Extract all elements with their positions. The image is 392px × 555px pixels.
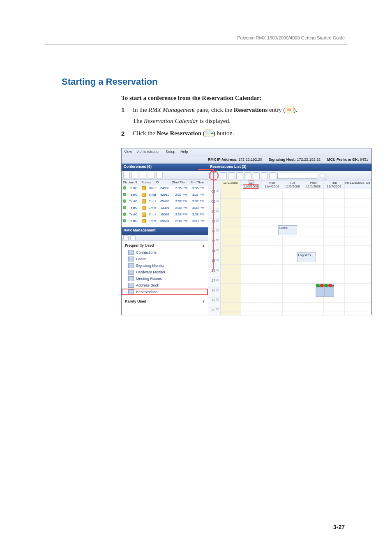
- toolbar-button[interactable]: [228, 172, 235, 179]
- nav-meeting-rooms[interactable]: Meeting Rooms: [122, 275, 208, 282]
- menubar[interactable]: View Administration Setup Help: [122, 148, 371, 157]
- app-window: View Administration Setup Help RMX IP Ad…: [121, 148, 372, 315]
- toolbar-button[interactable]: [123, 235, 129, 240]
- toolbar-button[interactable]: [253, 172, 260, 179]
- conferences-header: Conferences (6): [122, 164, 208, 171]
- day-col[interactable]: Tue 11/5/2008: [282, 180, 303, 189]
- new-reservation-icon: [205, 129, 213, 136]
- search-icon[interactable]: [320, 173, 325, 178]
- callout-connector: [198, 169, 214, 273]
- reservations-icon: [286, 106, 294, 113]
- day-col[interactable]: Thu 11/7/2008: [324, 180, 344, 189]
- step-1-result: The Reservation Calendar is displayed.: [133, 116, 345, 126]
- address-book-icon: [128, 283, 134, 288]
- day-col[interactable]: Sun 11/3/2008: [241, 180, 261, 189]
- toolbar-button[interactable]: [236, 172, 243, 179]
- running-header: Polycom RMX 1500/2000/4000 Getting Start…: [237, 35, 345, 40]
- menu-view[interactable]: View: [124, 150, 132, 154]
- conf-columns: Display N Status ID Start Tim End Time: [122, 180, 208, 185]
- day-col[interactable]: Sa: [365, 180, 371, 189]
- step-number: 2: [121, 129, 133, 138]
- sig-info: Signaling Host: 172.22.192.32: [265, 157, 324, 163]
- day-col[interactable]: Wed 11/6/2008: [303, 180, 324, 189]
- page-title: Starting a Reservation: [62, 76, 158, 87]
- header-rule: [45, 44, 347, 45]
- step-text: In the RMX Management pane, click the Re…: [133, 105, 345, 115]
- toolbar-button[interactable]: [244, 172, 251, 179]
- reservations-nav-icon: [128, 289, 134, 294]
- table-row[interactable]: TestCEmpt190932:38 PM3:38 PM: [122, 212, 208, 218]
- step-1: 1 In the RMX Management pane, click the …: [121, 105, 345, 115]
- menu-help[interactable]: Help: [180, 150, 188, 154]
- users-icon: [128, 257, 134, 261]
- nav-hardware-monitor[interactable]: Hardware Monitor: [122, 269, 208, 275]
- page-number: 3-27: [333, 524, 345, 530]
- status-strip: RMX IP Address: 172.22.192.20 Signaling …: [122, 157, 371, 164]
- toolbar-button[interactable]: [261, 172, 268, 179]
- calendar-body[interactable]: 0800090010001100120013001400150016001700…: [208, 189, 371, 315]
- table-row[interactable]: TestCNot F645902:36 PM3:36 PM: [122, 185, 208, 192]
- conf-toolbar[interactable]: [122, 171, 208, 180]
- table-row[interactable]: TestCEmpt654992:37 PM3:37 PM: [122, 199, 208, 205]
- nav-signaling-monitor[interactable]: Signaling Monitor: [122, 262, 208, 269]
- procedure-heading: To start a conference from the Reservati…: [121, 95, 262, 102]
- event-badges: [316, 284, 332, 287]
- toolbar-button[interactable]: [148, 172, 154, 178]
- nav-connections[interactable]: Connections: [122, 249, 208, 256]
- group-rarely-used[interactable]: Rarely Used▾: [122, 298, 208, 305]
- event-sales[interactable]: Sales: [278, 225, 297, 235]
- meeting-rooms-icon: [128, 276, 134, 281]
- nav-users[interactable]: Users: [122, 256, 208, 262]
- event-logistics[interactable]: Logistics: [297, 252, 316, 262]
- toolbar-button[interactable]: [130, 235, 136, 240]
- conf-table-body: TestCNot F645902:36 PM3:36 PMTestCSingl8…: [122, 185, 208, 225]
- nav-reservations[interactable]: Reservations: [122, 289, 208, 295]
- table-row[interactable]: TestCEmpt133912:38 PM3:38 PM: [122, 205, 208, 212]
- step-2: 2 Click the New Reservation () button.: [121, 129, 345, 138]
- toolbar-button[interactable]: [269, 172, 276, 179]
- menu-administration[interactable]: Administration: [137, 150, 160, 154]
- menu-setup[interactable]: Setup: [166, 150, 175, 154]
- reservations-header: Reservations List (3): [208, 164, 371, 171]
- toolbar-button[interactable]: [140, 172, 146, 178]
- calendar-toolbar[interactable]: [208, 171, 371, 180]
- day-col[interactable]: Fri 11/8/2008: [345, 180, 365, 189]
- day-col[interactable]: Mon 11/4/2008: [262, 180, 282, 189]
- table-row[interactable]: TestCEmpt096312:38 PM3:38 PM: [122, 218, 208, 225]
- day-col[interactable]: 11/2/2008: [220, 180, 241, 189]
- table-row[interactable]: TestCSingl829102:37 PM3:37 PM: [122, 192, 208, 199]
- toolbar-button[interactable]: [156, 172, 163, 178]
- steps: 1 In the RMX Management pane, click the …: [121, 105, 345, 140]
- group-frequently-used[interactable]: Frequently Used▴: [122, 242, 208, 249]
- step-number: 1: [121, 105, 133, 115]
- calendar-day-header: 11/2/2008 Sun 11/3/2008 Mon 11/4/2008 Tu…: [208, 180, 371, 189]
- step-text: Click the New Reservation () button.: [133, 129, 345, 138]
- calendar-grid[interactable]: Sales Logistics SUPPORT SUPPORT: [221, 189, 371, 315]
- mgmt-toolbar[interactable]: [122, 235, 208, 241]
- calendar-input[interactable]: [277, 173, 317, 179]
- toolbar-button[interactable]: [220, 172, 227, 179]
- mgmt-body: Frequently Used▴ Connections Users Signa…: [122, 241, 208, 315]
- expand-icon[interactable]: ▾: [203, 299, 205, 303]
- toolbar-button[interactable]: [123, 172, 130, 178]
- nav-address-book[interactable]: Address Book: [122, 282, 208, 289]
- hardware-icon: [128, 270, 134, 275]
- connections-icon: [128, 250, 134, 255]
- mcu-info: MCU Prefix in GK: 9431: [324, 157, 371, 163]
- signaling-icon: [128, 263, 134, 268]
- toolbar-button[interactable]: [131, 172, 138, 178]
- ip-info: RMX IP Address: 172.22.192.20: [205, 157, 265, 163]
- mgmt-header: RMX Management: [122, 227, 208, 235]
